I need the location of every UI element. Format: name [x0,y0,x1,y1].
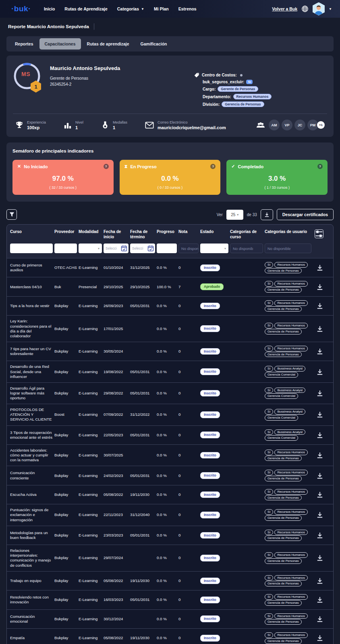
cell-categorias-usuario: SíRecursos HumanosGerencia de Personas [265,322,311,334]
tab-reportes[interactable]: Reportes [10,38,39,50]
table-row: Curso de primeros auxiliosOTEC ACHSE-Lea… [7,258,333,277]
download-certificate-icon[interactable] [316,431,323,439]
volver-a-buk-link[interactable]: Volver a Buk [272,6,297,11]
cell-nota: 0 [178,578,199,583]
download-certificate-icon[interactable] [316,368,323,376]
nav-item-rutas-de-aprendizaje[interactable]: Rutas de Aprendizaje [64,6,107,11]
nav-item-label: Rutas de Aprendizaje [64,6,107,11]
category-pill: Recursos Humanos [274,594,307,600]
filter-input[interactable] [10,244,53,253]
cell-modalidad: E-Learning [79,433,102,438]
download-certificate-icon[interactable] [316,325,323,332]
download-certificate-icon[interactable] [316,491,323,498]
download-certificate-icon[interactable] [316,264,323,271]
filter-input[interactable] [54,244,77,253]
download-certificate-icon[interactable] [316,302,323,310]
cell-progreso: 0.0 % [157,433,177,438]
stat-value: 1 [113,125,127,130]
category-pill: Recursos Humanos [274,632,307,638]
category-pill: Gerencia de Personas [265,476,302,481]
cell-fecha-inicio: 30/05/2024 [104,349,129,354]
download-certificate-icon[interactable] [316,634,323,642]
download-certificate-icon[interactable] [316,615,323,623]
team-member-avatar: JC [294,120,305,130]
table-row: Comunicación emocionalBukplayE-Learning3… [7,609,333,628]
tab-gamificación[interactable]: Gamificación [135,38,172,50]
nav-item-inicio[interactable]: Inicio [44,6,55,11]
download-certificate-icon[interactable] [316,283,323,291]
table-body: Curso de primeros auxiliosOTEC ACHSE-Lea… [7,258,333,644]
filter-button[interactable] [6,209,17,220]
semaforo-card-en-progreso: ⧗En Progreso?0.0 %( 0 / 33 cursos ) [120,160,221,195]
nav-item-estrenos[interactable]: Estrenos [178,6,197,11]
info-icon[interactable]: ? [104,164,109,169]
cell-progreso: 0.0 % [157,636,177,640]
filter-date[interactable]: Selecci [104,244,129,253]
download-certificate-icon[interactable] [316,577,323,584]
category-pill: Bussiness Analyst [274,366,305,372]
profile-field-badge: Gerencia de Personas [222,101,264,107]
cell-modalidad: E-Learning [79,369,102,374]
top-navbar: buk InicioRutas de AprendizajeCategorías… [0,0,340,18]
category-pill: Recursos Humanos [274,470,307,475]
nav-item-label: Inicio [44,6,55,11]
category-pill: Sí [265,388,273,393]
cell-categorias-usuario: SíRecursos HumanosGerencia de Personas [265,552,311,564]
status-badge: Inscrito [200,491,220,498]
download-certificate-icon[interactable] [316,532,323,539]
cell-progreso: 0.0 % [157,349,177,354]
status-badge: Inscrito [200,264,220,271]
column-header: Fecha de inicio [104,229,129,239]
download-certificate-icon[interactable] [316,472,323,479]
download-certificate-icon[interactable] [316,554,323,561]
cell-fecha-termino: 31/12/2022 [130,412,155,417]
filter-input[interactable] [157,244,177,253]
column-settings-button[interactable] [315,229,323,238]
descargar-certificados-button[interactable]: Descargar certificados [277,209,334,220]
tab-capacitaciones[interactable]: Capacitaciones [39,38,81,50]
account-chevron-down-icon[interactable]: ▼ [329,7,332,11]
category-pill: Recursos Humanos [274,489,307,495]
user-avatar[interactable] [313,2,325,16]
cell-categorias-usuario: SíRecursos HumanosGerencia de Personas [265,300,311,312]
nav-item-label: Estrenos [178,6,197,11]
download-report-button[interactable] [261,209,273,220]
filter-select[interactable]: ▾ [200,244,228,253]
semaforo-label: En Progreso [130,164,156,169]
cell-proveedor: Bukplay [54,636,77,640]
download-certificate-icon[interactable] [316,511,323,518]
filter-date[interactable]: Selecci [130,244,155,253]
cell-progreso: 0.0 % [157,617,177,621]
cell-proveedor: Bukplay [54,303,77,308]
download-certificate-icon[interactable] [316,596,323,603]
cell-curso: Puntuación: signos de exclamación e inte… [10,508,53,522]
download-certificate-icon[interactable] [316,390,323,397]
info-icon[interactable]: ? [210,164,216,169]
download-certificate-icon[interactable] [316,452,323,459]
cell-fecha-termino: 19/11/2030 [130,636,155,640]
nav-item-mi-plan[interactable]: Mi Plan [154,6,169,11]
calendar-icon[interactable] [147,245,154,252]
cell-nota: 0 [178,597,199,602]
tab-rutas-de-aprendizaje[interactable]: Rutas de aprendizaje [82,38,135,50]
category-pill: Gerencia de Personas [265,268,302,274]
page-size-select[interactable]: 25 ▾ [226,210,243,220]
category-pill: Sí [265,409,273,415]
cell-proveedor: Buk [54,285,77,289]
download-certificate-icon[interactable] [316,411,323,418]
nav-item-categorías[interactable]: Categorías▼ [117,6,144,11]
info-icon[interactable]: ? [317,164,323,169]
calendar-icon[interactable] [121,245,127,252]
cell-fecha-inicio: 30/12/2024 [104,617,129,621]
cell-progreso: 0.0 % [157,492,177,497]
cell-progreso: 0.0 % [157,578,177,583]
category-pill: Gerencia de Personas [265,456,302,461]
download-certificate-icon[interactable] [316,348,323,355]
globe-icon[interactable] [301,5,309,12]
filter-select[interactable]: ▾ [79,244,102,253]
buk-logo[interactable]: buk [8,4,34,13]
cell-fecha-inicio: 29/07/2024 [104,555,129,560]
breadcrumb: Reporte Mauricio Antonio Sepulveda [8,24,89,29]
cell-fecha-termino: 05/01/2031 [130,473,155,478]
team-more-badge[interactable]: +1 [317,121,325,129]
